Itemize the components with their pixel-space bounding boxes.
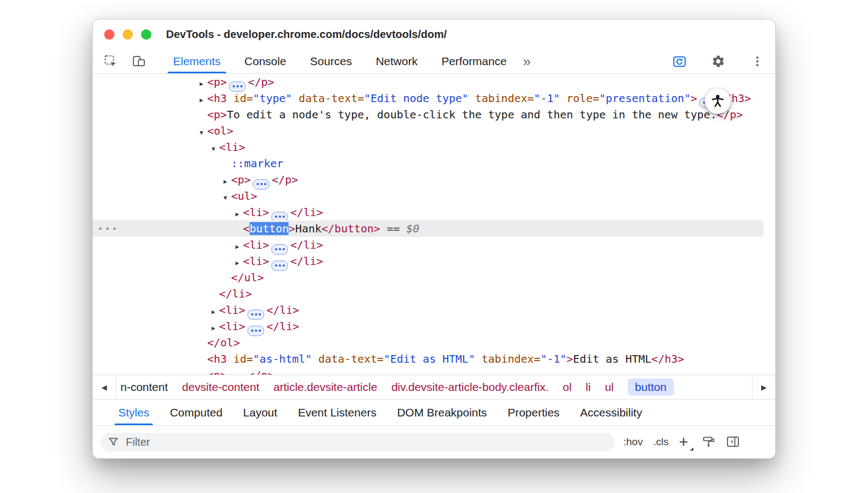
code-token-tag: </p>	[248, 369, 274, 375]
disclosure-right-icon[interactable]: ▶	[200, 369, 207, 375]
code-token-tag: <p>	[231, 173, 251, 186]
breadcrumb-item-article-devsite-article[interactable]: article.devsite-article	[273, 381, 377, 394]
code-token-tag: </ul>	[231, 271, 264, 284]
node-overflow-dots-icon: ···	[97, 220, 118, 237]
filter-field[interactable]	[100, 433, 615, 452]
element-classes-button[interactable]: .cls	[653, 436, 669, 448]
dom-node-line[interactable]: ▶<h3 id="type" data-text="Edit node type…	[93, 90, 775, 106]
device-toolbar-icon[interactable]	[130, 52, 148, 71]
code-token-tag: </li>	[266, 320, 299, 333]
tab-elements[interactable]: Elements	[161, 49, 233, 73]
code-token-tag: >	[691, 92, 697, 105]
dom-node-line[interactable]: </ul>	[93, 269, 775, 286]
code-token-tag: </li>	[290, 206, 323, 219]
dom-node-line[interactable]: ▶<li></li>	[93, 302, 775, 318]
dom-node-line[interactable]: ···<button>Hank</button> == $0	[93, 220, 763, 237]
tab-properties[interactable]: Properties	[497, 400, 570, 425]
dom-node-line[interactable]: <h3 id="as-html" data-text="Edit as HTML…	[93, 351, 775, 367]
breadcrumb-item-ul[interactable]: ul	[605, 381, 614, 394]
toggle-element-state-button[interactable]: :hov	[623, 436, 643, 448]
code-token-attr: id=	[227, 92, 253, 105]
dom-node-line[interactable]: ▶<li></li>	[93, 253, 775, 269]
breadcrumb-bar: ◀ n-contentdevsite-contentarticle.devsit…	[93, 375, 775, 399]
accessibility-person-icon[interactable]	[705, 88, 731, 114]
toggle-sidebar-icon[interactable]	[726, 435, 740, 449]
devtools-window: DevTools - developer.chrome.com/docs/dev…	[92, 19, 776, 459]
tab-network[interactable]: Network	[364, 49, 430, 73]
dom-node-line[interactable]: ▶<li></li>	[93, 237, 775, 253]
code-token-tag: <ul>	[231, 189, 257, 203]
devtools-tabbar: ElementsConsoleSourcesNetworkPerformance	[161, 49, 519, 73]
breadcrumb-item-ol[interactable]: ol	[563, 381, 571, 394]
traffic-lights	[104, 29, 151, 40]
minimize-button[interactable]	[123, 29, 133, 40]
screencast-icon[interactable]	[670, 52, 688, 71]
code-token-attr: id=	[227, 352, 253, 365]
code-token-val: "-1"	[540, 352, 566, 365]
filter-input[interactable]	[125, 435, 607, 449]
code-token-tag: <	[243, 222, 250, 235]
paint-roller-icon[interactable]	[701, 435, 716, 449]
code-token-tag: </p>	[272, 173, 298, 186]
close-button[interactable]	[104, 29, 114, 40]
breadcrumb-item-n-content[interactable]: n-content	[120, 381, 168, 394]
code-token-eq: ==	[380, 222, 406, 235]
code-token-tag: </li>	[219, 287, 252, 300]
dom-node-line[interactable]: </ol>	[93, 334, 775, 351]
dom-node-line[interactable]: ▼<ul>	[93, 188, 775, 204]
tab-layout[interactable]: Layout	[233, 400, 288, 425]
code-token-tag: <li>	[243, 255, 269, 268]
window-title: DevTools - developer.chrome.com/docs/dev…	[166, 28, 447, 41]
breadcrumb-item-div-devsite-article-body-clearfix[interactable]: div.devsite-article-body.clearfix.	[391, 381, 548, 394]
code-token-tag: <h3	[207, 92, 227, 105]
code-token-val: "Edit as HTML"	[384, 352, 475, 365]
tab-console[interactable]: Console	[233, 49, 298, 73]
code-token-val: "-1"	[534, 92, 560, 105]
breadcrumb-item-li[interactable]: li	[586, 381, 591, 394]
breadcrumb-item-button[interactable]: button	[628, 378, 673, 396]
code-token-tag: <p>	[207, 75, 227, 89]
breadcrumb-scroll-right-icon[interactable]: ▶	[752, 375, 775, 399]
dom-node-line[interactable]: ▶<p></p>	[93, 74, 775, 90]
ellipsis-expand-icon[interactable]	[229, 375, 246, 375]
new-style-rule-button[interactable]: +	[679, 434, 691, 450]
dom-node-line[interactable]: ▶<li></li>	[93, 318, 775, 334]
code-token-val: "type"	[253, 92, 292, 105]
screenshot-stage: DevTools - developer.chrome.com/docs/dev…	[0, 0, 868, 493]
code-token-tag: <li>	[219, 141, 245, 154]
code-token-tag: </li>	[290, 238, 323, 251]
sidebar-tabbar: StylesComputedLayoutEvent ListenersDOM B…	[93, 399, 775, 425]
tab-computed[interactable]: Computed	[159, 400, 233, 425]
settings-gear-icon[interactable]	[709, 52, 727, 71]
tab-event-listeners[interactable]: Event Listeners	[288, 400, 387, 425]
tab-performance[interactable]: Performance	[430, 49, 519, 73]
funnel-filter-icon	[108, 437, 119, 447]
code-token-tag: <li>	[219, 304, 245, 317]
tab-styles[interactable]: Styles	[108, 400, 159, 425]
more-tabs-icon[interactable]: »	[519, 54, 535, 68]
inspect-icon[interactable]	[101, 52, 120, 71]
dom-node-line[interactable]: ▶<p></p>	[93, 367, 775, 375]
tab-dom-breakpoints[interactable]: DOM Breakpoints	[387, 400, 497, 425]
dom-node-line[interactable]: ::marker	[93, 155, 775, 172]
zoom-button[interactable]	[141, 29, 151, 40]
breadcrumb-scroll-left-icon[interactable]: ◀	[93, 375, 116, 399]
tab-sources[interactable]: Sources	[298, 49, 364, 73]
code-token-pseudo: ::marker	[231, 157, 283, 170]
code-token-tag: </p>	[248, 75, 274, 89]
dom-node-line[interactable]: ▼<ol>	[93, 123, 775, 139]
titlebar: DevTools - developer.chrome.com/docs/dev…	[93, 20, 775, 49]
code-token-tag: >	[566, 352, 573, 365]
tab-accessibility[interactable]: Accessibility	[570, 400, 652, 425]
main-toolbar: ElementsConsoleSourcesNetworkPerformance…	[93, 49, 775, 74]
kebab-menu-icon[interactable]	[748, 52, 767, 71]
dom-node-line[interactable]: ▼<li>	[93, 139, 775, 155]
breadcrumb-item-devsite-content[interactable]: devsite-content	[182, 381, 259, 394]
dom-node-line[interactable]: ▶<p></p>	[93, 172, 775, 188]
code-token-tag: <h3	[207, 352, 227, 365]
dom-node-line[interactable]: ▶<li></li>	[93, 204, 775, 220]
dom-node-line[interactable]: </li>	[93, 286, 775, 302]
code-token-attr: tabindex=	[475, 352, 540, 365]
code-token-tag: <p>	[207, 369, 227, 375]
dom-node-line[interactable]: <p>To edit a node's type, double-click t…	[93, 106, 775, 123]
